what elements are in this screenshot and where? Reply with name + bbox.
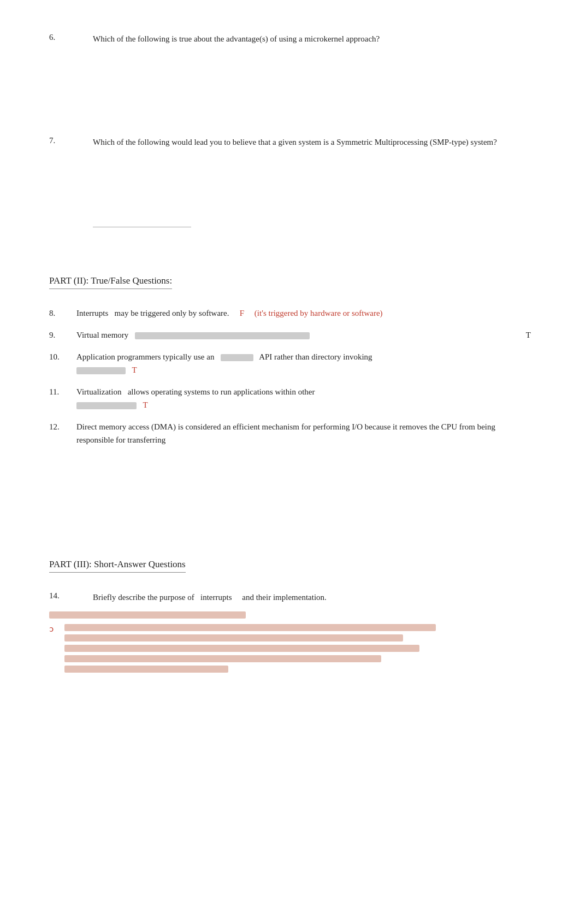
question-10-answer: T xyxy=(132,366,137,374)
question-14-text: Briefly describe the purpose of interrup… xyxy=(93,591,531,604)
redacted-line-1 xyxy=(49,611,246,619)
question-11-block: 11. Virtualization allows operating syst… xyxy=(49,385,531,411)
part2-heading-container: PART (II): True/False Questions: xyxy=(49,254,531,299)
question-7-row: 7. Which of the following would lead you… xyxy=(49,136,531,149)
question-8-correction: (it's triggered by hardware or software) xyxy=(255,309,383,317)
question-10-text2: API rather than directory invoking xyxy=(259,352,372,361)
question-6-block: 6. Which of the following is true about … xyxy=(49,33,531,114)
question-12-number: 12. xyxy=(49,420,76,433)
question-11-number: 11. xyxy=(49,385,76,398)
question-14-row: 14. Briefly describe the purpose of inte… xyxy=(49,591,531,604)
question-7-text: Which of the following would lead you to… xyxy=(93,136,531,149)
question-9-number: 9. xyxy=(49,328,76,342)
question-10-block: 10. Application programmers typically us… xyxy=(49,350,531,376)
question-12-text: Direct memory access (DMA) is considered… xyxy=(76,422,495,444)
question-14-number: 14. xyxy=(49,591,93,601)
question-8-number: 8. xyxy=(49,307,76,320)
question-11-blurred xyxy=(76,402,137,409)
question-9-answer: T xyxy=(526,328,531,342)
question-9-blurred xyxy=(135,332,310,339)
sub-redacted-1 xyxy=(64,624,436,631)
question-7-number: 7. xyxy=(49,136,93,145)
question-6-answer-space xyxy=(49,49,531,114)
question-11-text: allows operating systems to run applicat… xyxy=(128,387,315,396)
question-10-text1: Application programmers typically use an xyxy=(76,352,214,361)
question-14-text-after: and their implementation. xyxy=(242,593,327,602)
question-11-content: Virtualization allows operating systems … xyxy=(76,385,531,411)
part3-heading-container: PART (III): Short-Answer Questions xyxy=(49,532,531,582)
question-8-label: Interrupts xyxy=(76,309,108,317)
question-11-answer: T xyxy=(143,401,147,409)
question-8-answer: F xyxy=(240,309,244,317)
question-10-blurred2 xyxy=(76,367,126,374)
question-14-sub-answer: ↄ xyxy=(49,624,531,673)
question-6-row: 6. Which of the following is true about … xyxy=(49,33,531,45)
sub-answer-text-block xyxy=(64,624,531,673)
question-10-content: Application programmers typically use an… xyxy=(76,350,531,376)
sub-redacted-4 xyxy=(64,655,381,662)
question-6-text: Which of the following is true about the… xyxy=(93,33,531,45)
question-11-label: Virtualization xyxy=(76,387,121,396)
question-7-block: 7. Which of the following would lead you… xyxy=(49,136,531,232)
question-8-text: may be triggered only by software. xyxy=(115,309,229,317)
underline-decoration xyxy=(93,222,531,232)
question-8-block: 8. Interrupts may be triggered only by s… xyxy=(49,307,531,320)
sub-answer-number: ↄ xyxy=(49,624,64,634)
question-14-redacted-line xyxy=(49,611,531,619)
part2-heading: PART (II): True/False Questions: xyxy=(49,275,172,289)
question-8-content: Interrupts may be triggered only by soft… xyxy=(76,307,531,320)
question-12-block: 12. Direct memory access (DMA) is consid… xyxy=(49,420,531,446)
part2-answer-space xyxy=(49,455,531,526)
question-14-block: 14. Briefly describe the purpose of inte… xyxy=(49,591,531,673)
question-10-blurred xyxy=(221,354,253,361)
question-12-content: Direct memory access (DMA) is considered… xyxy=(76,420,531,446)
question-14-text-before: Briefly describe the purpose of xyxy=(93,593,194,602)
sub-redacted-5 xyxy=(64,666,228,673)
question-9-content: Virtual memory T xyxy=(76,328,531,342)
question-10-number: 10. xyxy=(49,350,76,363)
question-6-number: 6. xyxy=(49,33,93,42)
gray-underline xyxy=(93,227,191,227)
sub-redacted-3 xyxy=(64,645,419,652)
part3-heading: PART (III): Short-Answer Questions xyxy=(49,559,186,573)
question-7-answer-space xyxy=(49,151,531,217)
question-9-label: Virtual memory xyxy=(76,328,310,342)
sub-redacted-2 xyxy=(64,634,403,641)
question-14-keyword: interrupts xyxy=(200,593,232,602)
question-9-block: 9. Virtual memory T xyxy=(49,328,531,342)
